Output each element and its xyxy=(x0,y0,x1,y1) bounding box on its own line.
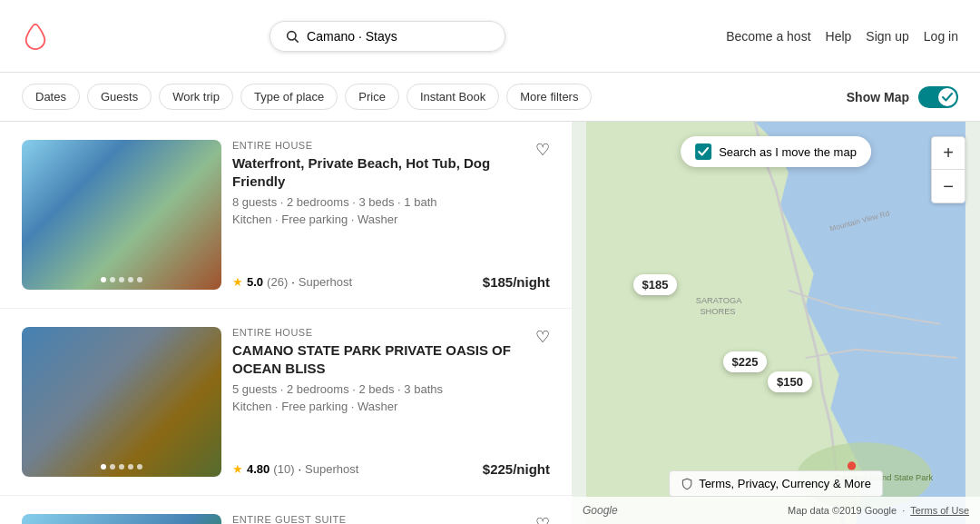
header: Become a host Help Sign up Log in xyxy=(0,0,980,73)
listing-card[interactable]: ♡ Entire house CAMANO STATE PARK PRIVATE… xyxy=(0,309,572,496)
more-filters-filter[interactable]: More filters xyxy=(506,84,592,110)
login-link[interactable]: Log in xyxy=(924,29,958,44)
show-map-label: Show Map xyxy=(847,90,909,104)
terms-button[interactable]: Terms, Privacy, Currency & More xyxy=(669,470,883,497)
rating-count: (10) xyxy=(273,462,294,476)
price-filter[interactable]: Price xyxy=(345,84,399,110)
checkbox-icon xyxy=(695,143,711,160)
listing-footer: ★ 4.80 (10) · Superhost $225/night xyxy=(232,461,550,477)
rating-score: 4.80 xyxy=(247,462,270,476)
map-panel: Camano Island State Park SARATOGA SHORES… xyxy=(572,122,980,524)
show-map-toggle[interactable] xyxy=(918,86,958,108)
listing-amenities: Kitchen · Free parking · Washer xyxy=(232,213,539,226)
listing-image xyxy=(22,327,221,477)
favorite-button[interactable]: ♡ xyxy=(535,327,550,347)
filter-bar: Dates Guests Work trip Type of place Pri… xyxy=(0,73,980,122)
svg-text:SHORES: SHORES xyxy=(700,307,735,316)
filters-group: Dates Guests Work trip Type of place Pri… xyxy=(22,84,592,110)
zoom-in-button[interactable]: + xyxy=(932,137,965,170)
map-background: Camano Island State Park SARATOGA SHORES… xyxy=(572,122,980,524)
google-logo: Google xyxy=(583,504,618,517)
map-data-label: Map data ©2019 Google · Terms of Use xyxy=(788,505,969,516)
listing-price: $225/night xyxy=(483,461,550,477)
favorite-button[interactable]: ♡ xyxy=(535,140,550,160)
dot xyxy=(137,464,142,470)
dot xyxy=(128,464,133,470)
rating-count: (26) xyxy=(267,275,288,289)
rating-score: 5.0 xyxy=(247,275,263,289)
image-dots xyxy=(101,277,142,282)
work-trip-filter[interactable]: Work trip xyxy=(159,84,233,110)
dot xyxy=(110,464,115,470)
listing-title: Waterfront, Private Beach, Hot Tub, Dog … xyxy=(232,154,539,190)
svg-point-0 xyxy=(288,31,296,39)
listing-details: 5 guests · 2 bedrooms · 2 beds · 3 baths xyxy=(232,382,539,396)
signup-link[interactable]: Sign up xyxy=(866,29,908,44)
search-input[interactable] xyxy=(307,29,488,44)
dot xyxy=(101,464,106,470)
help-link[interactable]: Help xyxy=(826,29,852,44)
dot xyxy=(110,277,115,282)
listing-price: $185/night xyxy=(483,274,550,290)
dot xyxy=(119,277,124,282)
terms-label: Terms, Privacy, Currency & More xyxy=(699,477,871,490)
star-icon: ★ xyxy=(232,462,243,476)
listing-type: Entire house xyxy=(232,327,539,338)
dot xyxy=(137,277,142,282)
dot-separator: · xyxy=(291,275,295,289)
type-of-place-filter[interactable]: Type of place xyxy=(240,84,338,110)
listings-panel: ♡ Entire house Waterfront, Private Beach… xyxy=(0,122,572,524)
listing-info: ♡ Entire guest suite Seas the Day Guest … xyxy=(221,514,550,524)
superhost-badge: Superhost xyxy=(305,462,358,476)
check-icon xyxy=(942,92,953,103)
show-map-area: Show Map xyxy=(847,86,958,108)
svg-line-1 xyxy=(295,39,299,43)
dates-filter[interactable]: Dates xyxy=(22,84,80,110)
listing-rating: ★ 4.80 (10) · Superhost xyxy=(232,462,358,476)
toggle-knob xyxy=(938,88,956,106)
price-marker[interactable]: $225 xyxy=(723,351,768,372)
dot xyxy=(128,277,133,282)
listing-info: ♡ Entire house Waterfront, Private Beach… xyxy=(221,140,550,290)
favorite-button[interactable]: ♡ xyxy=(535,514,550,524)
superhost-badge: Superhost xyxy=(299,275,352,289)
map-footer: Google Map data ©2019 Google · Terms of … xyxy=(572,497,980,524)
listing-type: Entire guest suite xyxy=(232,514,539,524)
main-content: ♡ Entire house Waterfront, Private Beach… xyxy=(0,122,980,524)
search-as-move-checkbox[interactable]: Search as I move the map xyxy=(681,136,871,167)
listing-footer: ★ 5.0 (26) · Superhost $185/night xyxy=(232,274,550,290)
listing-image xyxy=(22,514,221,524)
dot-separator: · xyxy=(298,462,301,476)
search-bar[interactable] xyxy=(270,21,505,52)
listing-image xyxy=(22,140,221,290)
dot xyxy=(119,464,124,470)
search-as-move-label: Search as I move the map xyxy=(719,145,857,159)
star-icon: ★ xyxy=(232,275,243,289)
listing-info: ♡ Entire house CAMANO STATE PARK PRIVATE… xyxy=(221,327,550,477)
airbnb-logo[interactable] xyxy=(22,23,49,50)
listing-card[interactable]: ♡ Entire guest suite Seas the Day Guest … xyxy=(0,496,572,524)
price-marker[interactable]: $185 xyxy=(633,274,678,295)
listing-type: Entire house xyxy=(232,140,539,151)
airbnb-logo-icon xyxy=(22,23,49,50)
shield-icon xyxy=(681,478,693,490)
search-icon xyxy=(285,29,299,44)
guests-filter[interactable]: Guests xyxy=(87,84,152,110)
svg-point-5 xyxy=(848,461,856,470)
listing-amenities: Kitchen · Free parking · Washer xyxy=(232,400,539,413)
svg-text:SARATOGA: SARATOGA xyxy=(696,296,742,305)
instant-book-filter[interactable]: Instant Book xyxy=(407,84,499,110)
nav-links: Become a host Help Sign up Log in xyxy=(726,29,958,44)
zoom-controls: + − xyxy=(931,136,965,203)
image-dots xyxy=(101,464,142,470)
listing-details: 8 guests · 2 bedrooms · 3 beds · 1 bath xyxy=(232,195,539,209)
become-host-link[interactable]: Become a host xyxy=(726,29,810,44)
terms-of-use-link[interactable]: Terms of Use xyxy=(910,505,969,516)
listing-rating: ★ 5.0 (26) · Superhost xyxy=(232,275,352,289)
checkmark-icon xyxy=(698,146,709,157)
dot xyxy=(101,277,106,282)
listing-title: CAMANO STATE PARK PRIVATE OASIS OF OCEAN… xyxy=(232,341,539,377)
listing-card[interactable]: ♡ Entire house Waterfront, Private Beach… xyxy=(0,122,572,309)
price-marker[interactable]: $150 xyxy=(768,371,812,392)
zoom-out-button[interactable]: − xyxy=(932,170,965,203)
